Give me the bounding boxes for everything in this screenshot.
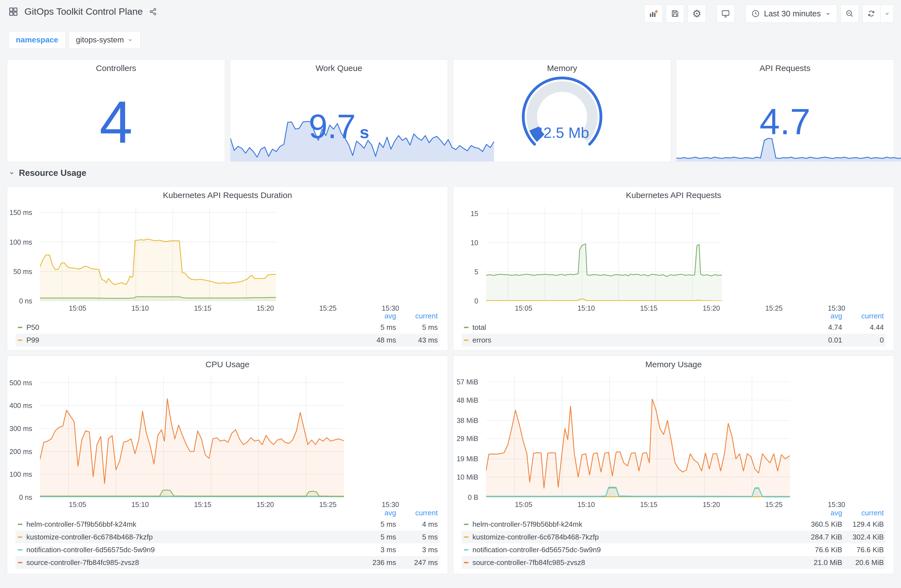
- series-current-value: 43 ms: [398, 336, 440, 344]
- legend-row[interactable]: P9948 ms43 ms: [16, 334, 440, 347]
- grafana-dashboard: { "header": { "title": "GitOps Toolkit C…: [0, 0, 901, 588]
- legend-row[interactable]: notification-controller-6d56575dc-5w9n93…: [16, 543, 440, 556]
- panel-title[interactable]: Controllers: [7, 64, 225, 73]
- panel-legend: avgcurrentP505 ms5 msP9948 ms43 ms: [16, 311, 440, 347]
- series-color-swatch: [464, 339, 469, 341]
- memory-gauge: 42.5 Mb: [515, 75, 609, 158]
- y-axis-tick-label: 300 ms: [9, 425, 32, 433]
- panel-title[interactable]: Kubernetes API Requests Duration: [7, 191, 448, 200]
- stat-value: 9.7s: [230, 110, 448, 143]
- save-dashboard-button[interactable]: [666, 5, 684, 23]
- series-avg-value: 4.74: [802, 323, 844, 332]
- namespace-variable-select[interactable]: gitops-system: [69, 31, 141, 49]
- time-series-plot[interactable]: [40, 376, 344, 497]
- dashboard-settings-button[interactable]: ⚙: [687, 5, 706, 23]
- share-icon[interactable]: [149, 8, 157, 16]
- legend-row[interactable]: helm-controller-57f9b56bbf-k24mk5 ms4 ms: [16, 518, 440, 530]
- legend-row[interactable]: kustomize-controller-6c6784b468-7kzfp5 m…: [16, 530, 440, 543]
- series-name: source-controller-7fb84fc985-zvsz8: [472, 558, 585, 567]
- series-color-swatch: [464, 537, 469, 538]
- panel-title[interactable]: API Requests: [676, 64, 894, 73]
- time-series-plot[interactable]: [486, 376, 790, 497]
- chevron-down-icon: [884, 11, 890, 17]
- refresh-interval-dropdown[interactable]: [881, 5, 894, 23]
- legend-sort-current[interactable]: current: [398, 312, 440, 320]
- y-axis-tick-label: 200 ms: [9, 447, 32, 456]
- series-current-value: 4 ms: [398, 520, 440, 529]
- y-axis: 0 ns50 ms100 ms150 ms: [7, 207, 36, 301]
- y-axis-tick-label: 38 MiB: [457, 416, 478, 425]
- y-axis: 051015: [453, 207, 482, 301]
- series-avg-value: 236 ms: [356, 558, 398, 567]
- legend-row[interactable]: kustomize-controller-6c6784b468-7kzfp284…: [461, 530, 885, 543]
- legend-row[interactable]: total4.744.44: [461, 321, 885, 334]
- legend-header: avgcurrent: [16, 508, 440, 518]
- dashboard-header: GitOps Toolkit Control Plane: [0, 0, 901, 26]
- series-color-swatch: [18, 524, 22, 525]
- add-panel-button[interactable]: [644, 5, 662, 23]
- chevron-down-icon: [825, 10, 831, 17]
- time-series-plot[interactable]: [40, 207, 276, 301]
- series-name: notification-controller-6d56575dc-5w9n9: [472, 546, 601, 554]
- y-axis-tick-label: 50 ms: [13, 268, 32, 275]
- save-icon: [670, 9, 680, 18]
- legend-sort-avg[interactable]: avg: [356, 509, 398, 517]
- y-axis-tick-label: 15: [471, 210, 478, 218]
- y-axis: 0 B10 MiB19 MiB29 MiB38 MiB48 MiB57 MiB: [453, 376, 482, 497]
- series-current-value: 20.6 MiB: [844, 558, 885, 567]
- panel-legend: avgcurrenthelm-controller-57f9b56bbf-k24…: [461, 508, 885, 569]
- legend-sort-avg[interactable]: avg: [802, 312, 844, 320]
- y-axis-tick-label: 0: [474, 297, 478, 305]
- tv-mode-button[interactable]: [716, 5, 735, 23]
- x-axis-tick-label: 15:30: [382, 501, 399, 509]
- series-current-value: 247 ms: [398, 558, 440, 567]
- time-range-label: Last 30 minutes: [764, 9, 821, 18]
- panel-title[interactable]: Memory: [453, 64, 671, 73]
- series-current-value: 129.4 KiB: [844, 520, 885, 529]
- zoom-out-button[interactable]: [840, 5, 859, 23]
- time-range-picker[interactable]: Last 30 minutes: [745, 5, 837, 23]
- y-axis-tick-label: 29 MiB: [457, 435, 478, 443]
- panel-title[interactable]: Kubernetes API Requests: [453, 191, 894, 200]
- template-variables-row: namespace gitops-system: [8, 31, 141, 49]
- series-avg-value: 76.6 KiB: [802, 546, 844, 554]
- legend-sort-current[interactable]: current: [844, 509, 885, 517]
- panel-title[interactable]: CPU Usage: [7, 360, 448, 369]
- y-axis: 0 ns100 ms200 ms300 ms400 ms500 ms: [7, 376, 36, 497]
- series-name: P50: [26, 323, 39, 332]
- section-resource-usage[interactable]: Resource Usage: [8, 168, 86, 178]
- series-name: kustomize-controller-6c6784b468-7kzfp: [26, 533, 153, 541]
- y-axis-tick-label: 48 MiB: [457, 396, 478, 404]
- series-name: total: [472, 323, 486, 332]
- legend-row[interactable]: notification-controller-6d56575dc-5w9n97…: [461, 543, 885, 556]
- clock-icon: [751, 9, 760, 18]
- refresh-icon: [867, 9, 876, 18]
- panel-kubernetes-api-requests: Kubernetes API Requests 051015 15:0515:1…: [453, 187, 894, 351]
- panel-title[interactable]: Memory Usage: [453, 360, 894, 369]
- series-name: kustomize-controller-6c6784b468-7kzfp: [472, 533, 599, 541]
- legend-row[interactable]: helm-controller-57f9b56bbf-k24mk360.5 Ki…: [461, 518, 885, 530]
- legend-row[interactable]: source-controller-7fb84fc985-zvsz821.0 M…: [461, 556, 885, 569]
- series-current-value: 0: [844, 336, 885, 344]
- y-axis-tick-label: 57 MiB: [457, 378, 478, 386]
- series-color-swatch: [18, 537, 22, 538]
- time-series-plot[interactable]: [486, 207, 722, 301]
- y-axis-tick-label: 10 MiB: [457, 473, 478, 481]
- series-avg-value: 21.0 MiB: [802, 558, 844, 567]
- series-current-value: 302.4 KiB: [844, 533, 885, 541]
- legend-row[interactable]: P505 ms5 ms: [16, 321, 440, 334]
- legend-row[interactable]: errors0.010: [461, 334, 885, 347]
- legend-sort-avg[interactable]: avg: [356, 312, 398, 320]
- legend-row[interactable]: source-controller-7fb84fc985-zvsz8236 ms…: [16, 556, 440, 569]
- legend-header: avgcurrent: [461, 311, 885, 321]
- y-axis-tick-label: 100 ms: [9, 238, 32, 246]
- panel-title[interactable]: Work Queue: [230, 64, 448, 73]
- series-avg-value: 5 ms: [356, 520, 398, 529]
- series-avg-value: 3 ms: [356, 546, 398, 554]
- x-axis-tick-label: 15:20: [256, 501, 274, 509]
- y-axis-tick-label: 0 ns: [19, 297, 32, 305]
- legend-sort-current[interactable]: current: [844, 312, 885, 320]
- legend-sort-current[interactable]: current: [398, 509, 440, 517]
- refresh-button[interactable]: [862, 5, 881, 23]
- legend-sort-avg[interactable]: avg: [802, 509, 844, 517]
